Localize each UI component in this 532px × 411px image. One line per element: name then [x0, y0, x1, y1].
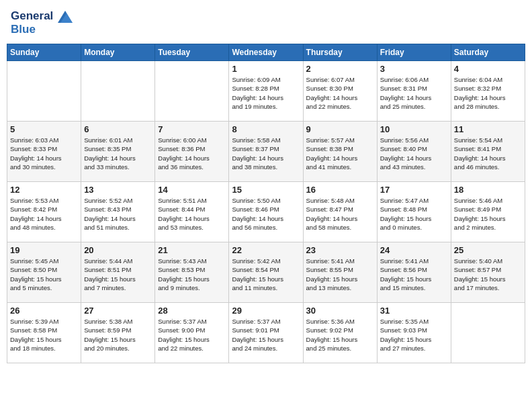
calendar-cell: 28Sunrise: 5:37 AM Sunset: 9:00 PM Dayli…	[155, 303, 229, 363]
day-number: 13	[84, 185, 152, 195]
day-info: Sunrise: 5:35 AM Sunset: 9:03 PM Dayligh…	[380, 317, 448, 353]
day-number: 30	[306, 306, 374, 316]
day-info: Sunrise: 6:01 AM Sunset: 8:35 PM Dayligh…	[84, 136, 152, 171]
day-info: Sunrise: 5:37 AM Sunset: 9:01 PM Dayligh…	[232, 317, 300, 353]
calendar-cell: 10Sunrise: 5:56 AM Sunset: 8:40 PM Dayli…	[377, 122, 451, 182]
day-number: 7	[158, 124, 226, 134]
logo-icon	[58, 11, 73, 23]
calendar-cell: 12Sunrise: 5:53 AM Sunset: 8:42 PM Dayli…	[7, 182, 81, 242]
calendar-cell: 9Sunrise: 5:57 AM Sunset: 8:38 PM Daylig…	[303, 122, 377, 182]
day-info: Sunrise: 5:52 AM Sunset: 8:43 PM Dayligh…	[84, 196, 152, 232]
day-info: Sunrise: 5:38 AM Sunset: 8:59 PM Dayligh…	[84, 317, 152, 353]
calendar-cell: 4Sunrise: 6:04 AM Sunset: 8:32 PM Daylig…	[451, 61, 525, 122]
day-info: Sunrise: 6:07 AM Sunset: 8:30 PM Dayligh…	[306, 75, 374, 111]
day-info: Sunrise: 5:41 AM Sunset: 8:56 PM Dayligh…	[380, 257, 448, 292]
day-info: Sunrise: 5:45 AM Sunset: 8:50 PM Dayligh…	[10, 257, 78, 292]
day-number: 2	[306, 64, 374, 74]
calendar-cell: 1Sunrise: 6:09 AM Sunset: 8:28 PM Daylig…	[229, 61, 303, 122]
calendar-body: 1Sunrise: 6:09 AM Sunset: 8:28 PM Daylig…	[7, 61, 525, 363]
calendar-cell: 11Sunrise: 5:54 AM Sunset: 8:41 PM Dayli…	[451, 122, 525, 182]
day-number: 20	[84, 245, 152, 255]
calendar-cell: 30Sunrise: 5:36 AM Sunset: 9:02 PM Dayli…	[303, 303, 377, 363]
calendar-week-row: 12Sunrise: 5:53 AM Sunset: 8:42 PM Dayli…	[7, 182, 525, 242]
day-number: 10	[380, 124, 448, 134]
day-info: Sunrise: 5:40 AM Sunset: 8:57 PM Dayligh…	[454, 257, 522, 292]
day-info: Sunrise: 5:50 AM Sunset: 8:46 PM Dayligh…	[232, 196, 300, 232]
day-number: 19	[10, 245, 78, 255]
day-info: Sunrise: 5:57 AM Sunset: 8:38 PM Dayligh…	[306, 136, 374, 171]
day-info: Sunrise: 5:37 AM Sunset: 9:00 PM Dayligh…	[158, 317, 226, 353]
day-info: Sunrise: 5:47 AM Sunset: 8:48 PM Dayligh…	[380, 196, 448, 232]
day-number: 9	[306, 124, 374, 134]
calendar-week-row: 5Sunrise: 6:03 AM Sunset: 8:33 PM Daylig…	[7, 122, 525, 182]
day-number: 5	[10, 124, 78, 134]
day-info: Sunrise: 6:00 AM Sunset: 8:36 PM Dayligh…	[158, 136, 226, 171]
day-number: 11	[454, 124, 522, 134]
day-info: Sunrise: 6:04 AM Sunset: 8:32 PM Dayligh…	[454, 75, 522, 111]
calendar-day-header: Saturday	[451, 44, 525, 61]
day-number: 22	[232, 245, 300, 255]
calendar-cell: 29Sunrise: 5:37 AM Sunset: 9:01 PM Dayli…	[229, 303, 303, 363]
calendar-cell: 7Sunrise: 6:00 AM Sunset: 8:36 PM Daylig…	[155, 122, 229, 182]
calendar-cell: 14Sunrise: 5:51 AM Sunset: 8:44 PM Dayli…	[155, 182, 229, 242]
logo-text: General Blue	[11, 9, 73, 36]
calendar-cell: 3Sunrise: 6:06 AM Sunset: 8:31 PM Daylig…	[377, 61, 451, 122]
calendar-day-header: Thursday	[303, 44, 377, 61]
day-info: Sunrise: 5:41 AM Sunset: 8:55 PM Dayligh…	[306, 257, 374, 292]
calendar-cell: 19Sunrise: 5:45 AM Sunset: 8:50 PM Dayli…	[7, 242, 81, 303]
day-info: Sunrise: 5:39 AM Sunset: 8:58 PM Dayligh…	[10, 317, 78, 353]
calendar-cell: 26Sunrise: 5:39 AM Sunset: 8:58 PM Dayli…	[7, 303, 81, 363]
calendar-week-row: 1Sunrise: 6:09 AM Sunset: 8:28 PM Daylig…	[7, 61, 525, 122]
day-info: Sunrise: 5:58 AM Sunset: 8:37 PM Dayligh…	[232, 136, 300, 171]
calendar-cell: 23Sunrise: 5:41 AM Sunset: 8:55 PM Dayli…	[303, 242, 377, 303]
calendar-day-header: Wednesday	[229, 44, 303, 61]
calendar-cell: 21Sunrise: 5:43 AM Sunset: 8:53 PM Dayli…	[155, 242, 229, 303]
day-info: Sunrise: 6:09 AM Sunset: 8:28 PM Dayligh…	[232, 75, 300, 111]
calendar-cell	[7, 61, 81, 122]
calendar-cell: 24Sunrise: 5:41 AM Sunset: 8:56 PM Dayli…	[377, 242, 451, 303]
day-info: Sunrise: 5:44 AM Sunset: 8:51 PM Dayligh…	[84, 257, 152, 292]
calendar-cell: 6Sunrise: 6:01 AM Sunset: 8:35 PM Daylig…	[81, 122, 155, 182]
calendar-day-header: Sunday	[7, 44, 81, 61]
day-number: 24	[380, 245, 448, 255]
day-info: Sunrise: 5:54 AM Sunset: 8:41 PM Dayligh…	[454, 136, 522, 171]
calendar-cell: 8Sunrise: 5:58 AM Sunset: 8:37 PM Daylig…	[229, 122, 303, 182]
day-number: 25	[454, 245, 522, 255]
calendar-cell: 25Sunrise: 5:40 AM Sunset: 8:57 PM Dayli…	[451, 242, 525, 303]
day-info: Sunrise: 6:06 AM Sunset: 8:31 PM Dayligh…	[380, 75, 448, 111]
calendar-table: SundayMondayTuesdayWednesdayThursdayFrid…	[7, 44, 525, 363]
day-number: 1	[232, 64, 300, 74]
day-number: 8	[232, 124, 300, 134]
day-number: 3	[380, 64, 448, 74]
calendar-cell: 31Sunrise: 5:35 AM Sunset: 9:03 PM Dayli…	[377, 303, 451, 363]
day-number: 18	[454, 185, 522, 195]
day-number: 23	[306, 245, 374, 255]
day-number: 6	[84, 124, 152, 134]
calendar-cell	[81, 61, 155, 122]
day-info: Sunrise: 5:56 AM Sunset: 8:40 PM Dayligh…	[380, 136, 448, 171]
day-number: 28	[158, 306, 226, 316]
calendar-cell: 16Sunrise: 5:48 AM Sunset: 8:47 PM Dayli…	[303, 182, 377, 242]
calendar-cell	[451, 303, 525, 363]
day-number: 16	[306, 185, 374, 195]
calendar-day-header: Friday	[377, 44, 451, 61]
day-info: Sunrise: 5:51 AM Sunset: 8:44 PM Dayligh…	[158, 196, 226, 232]
day-number: 29	[232, 306, 300, 316]
calendar-week-row: 26Sunrise: 5:39 AM Sunset: 8:58 PM Dayli…	[7, 303, 525, 363]
calendar-cell	[155, 61, 229, 122]
calendar-cell: 13Sunrise: 5:52 AM Sunset: 8:43 PM Dayli…	[81, 182, 155, 242]
calendar-week-row: 19Sunrise: 5:45 AM Sunset: 8:50 PM Dayli…	[7, 242, 525, 303]
calendar-cell: 15Sunrise: 5:50 AM Sunset: 8:46 PM Dayli…	[229, 182, 303, 242]
day-number: 4	[454, 64, 522, 74]
day-number: 27	[84, 306, 152, 316]
day-info: Sunrise: 6:03 AM Sunset: 8:33 PM Dayligh…	[10, 136, 78, 171]
day-number: 21	[158, 245, 226, 255]
calendar-day-header: Tuesday	[155, 44, 229, 61]
day-info: Sunrise: 5:42 AM Sunset: 8:54 PM Dayligh…	[232, 257, 300, 292]
calendar-cell: 2Sunrise: 6:07 AM Sunset: 8:30 PM Daylig…	[303, 61, 377, 122]
calendar-day-header: Monday	[81, 44, 155, 61]
calendar-cell: 20Sunrise: 5:44 AM Sunset: 8:51 PM Dayli…	[81, 242, 155, 303]
calendar-cell: 17Sunrise: 5:47 AM Sunset: 8:48 PM Dayli…	[377, 182, 451, 242]
day-info: Sunrise: 5:36 AM Sunset: 9:02 PM Dayligh…	[306, 317, 374, 353]
day-number: 12	[10, 185, 78, 195]
